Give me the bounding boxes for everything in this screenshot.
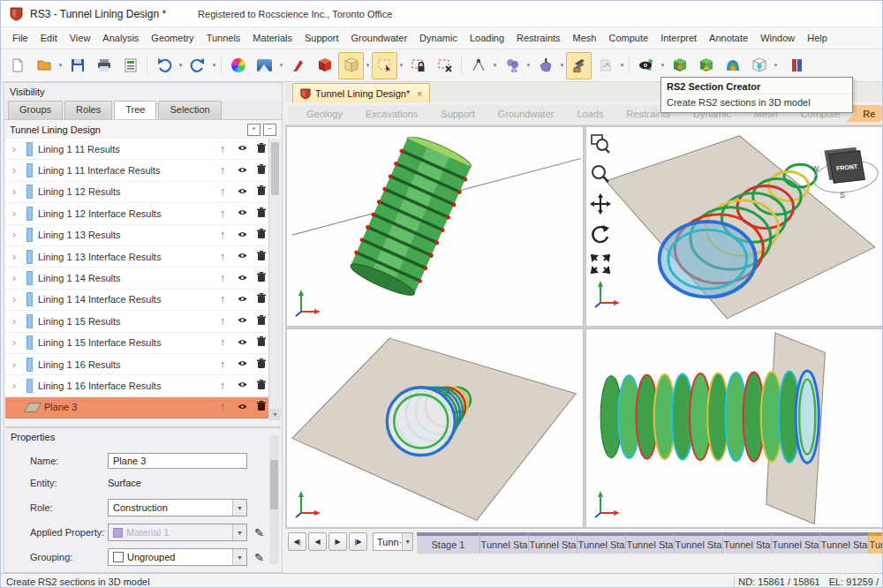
menu-dynamic[interactable]: Dynamic: [413, 29, 464, 47]
delete-icon[interactable]: [254, 229, 268, 241]
menu-window[interactable]: Window: [754, 29, 801, 47]
delete-icon[interactable]: [254, 272, 268, 284]
zoom-extents-icon[interactable]: [589, 253, 612, 275]
move-up-icon[interactable]: ↑: [215, 380, 230, 392]
move-up-icon[interactable]: ↑: [215, 164, 230, 177]
visibility-eye-icon[interactable]: [235, 315, 249, 327]
expand-icon[interactable]: ›: [12, 380, 21, 392]
open-file-button[interactable]: [31, 52, 57, 79]
visibility-eye-icon[interactable]: [235, 143, 249, 155]
rs2-section-creator-button[interactable]: [566, 52, 592, 79]
wireframe-dropdown[interactable]: ▾: [365, 62, 371, 69]
apply-loads-dropdown[interactable]: ▾: [559, 62, 565, 69]
expand-icon[interactable]: ›: [12, 272, 21, 284]
tree-row[interactable]: ›Lining 1 15 Results↑: [5, 311, 268, 332]
tab-selection[interactable]: Selection: [158, 101, 221, 119]
tree-row[interactable]: ›Lining 1 12 Interface Results↑: [5, 203, 268, 224]
stage-selector-arrow-icon[interactable]: ▼: [402, 533, 412, 550]
open-file-dropdown[interactable]: ▾: [57, 62, 64, 69]
move-up-icon[interactable]: ↑: [215, 251, 230, 263]
contour-surface-button[interactable]: [720, 52, 745, 79]
image-capture-button[interactable]: [252, 52, 277, 79]
move-up-icon[interactable]: ↑: [215, 185, 230, 198]
delete-icon[interactable]: [254, 251, 268, 263]
annotate-marker-button[interactable]: [285, 52, 311, 79]
tab-groups[interactable]: Groups: [8, 101, 63, 119]
menu-groundwater[interactable]: Groundwater: [345, 29, 414, 47]
stage-tab[interactable]: Tunnel Sta: [675, 532, 723, 554]
tree-scroll-down-arrow[interactable]: ▼: [269, 409, 281, 420]
tree-row[interactable]: ›Lining 1 15 Interface Results↑: [5, 333, 268, 354]
transparent-cube-button[interactable]: [746, 52, 772, 79]
menu-edit[interactable]: Edit: [34, 29, 64, 47]
delete-icon[interactable]: [254, 315, 268, 328]
visibility-eye-icon[interactable]: [235, 186, 249, 198]
menu-restraints[interactable]: Restraints: [510, 29, 567, 47]
tree-row[interactable]: ›Lining 1 13 Interface Results↑: [5, 246, 268, 268]
visibility-eye-icon[interactable]: [235, 358, 249, 370]
move-up-icon[interactable]: ↑: [215, 315, 230, 328]
tree-scrollbar-thumb[interactable]: [271, 142, 279, 195]
select-window-button[interactable]: [372, 52, 397, 79]
tree-row[interactable]: ›Lining 1 16 Results↑: [5, 354, 268, 375]
viewport-top-right[interactable]: FRONT W S: [585, 126, 883, 327]
visibility-eye-icon[interactable]: [235, 230, 249, 241]
stage-tab[interactable]: Tunnel Sta: [820, 532, 869, 554]
visibility-eye-icon[interactable]: [235, 337, 249, 349]
viewport-bottom-left[interactable]: [286, 328, 584, 529]
stage-tab[interactable]: Tunnel Sta: [626, 532, 675, 554]
move-up-icon[interactable]: ↑: [215, 207, 230, 220]
tree-row[interactable]: ›Lining 1 11 Interface Results↑: [5, 160, 268, 181]
visibility-eye-icon[interactable]: [235, 251, 249, 262]
tree-row[interactable]: ›Lining 1 13 Results↑: [5, 225, 268, 246]
menu-help[interactable]: Help: [801, 29, 834, 47]
delete-icon[interactable]: [254, 164, 268, 177]
menu-file[interactable]: File: [6, 29, 34, 47]
pan-icon[interactable]: [589, 192, 612, 215]
move-up-icon[interactable]: ↑: [215, 336, 230, 349]
tree-row[interactable]: ›Lining 1 14 Results↑: [5, 268, 268, 289]
redo-button[interactable]: [185, 52, 210, 79]
new-file-button[interactable]: [4, 52, 30, 79]
menu-analysis[interactable]: Analysis: [96, 29, 145, 47]
zoom-window-icon[interactable]: [589, 132, 612, 155]
export-section-button[interactable]: [592, 52, 618, 79]
menu-materials[interactable]: Materials: [246, 29, 298, 47]
image-capture-dropdown[interactable]: ▾: [278, 62, 284, 69]
expand-icon[interactable]: ›: [12, 293, 21, 305]
measure-dropdown[interactable]: ▾: [492, 62, 498, 69]
stage-tab-active[interactable]: Tunnel Sta: [869, 532, 883, 554]
previous-stage-button[interactable]: ◀: [308, 532, 327, 551]
edit-grouping-icon[interactable]: ✎: [254, 551, 264, 564]
viewport-bottom-right[interactable]: [585, 328, 883, 529]
menu-support[interactable]: Support: [298, 29, 345, 47]
move-up-icon[interactable]: ↑: [215, 401, 230, 413]
select-window-dropdown[interactable]: ▾: [398, 62, 404, 69]
draw-shapes-button[interactable]: [499, 52, 525, 79]
rotate-icon[interactable]: [589, 222, 612, 245]
save-button[interactable]: [64, 52, 90, 79]
first-stage-button[interactable]: ◀|: [288, 532, 306, 551]
tree-row[interactable]: ›Lining 1 11 Results↑: [5, 139, 268, 160]
clipped-toolbar-button[interactable]: [783, 52, 809, 79]
menu-geometry[interactable]: Geometry: [145, 29, 200, 47]
expand-icon[interactable]: ›: [12, 143, 21, 155]
draw-shapes-dropdown[interactable]: ▾: [525, 62, 532, 69]
ungrouped-checkbox[interactable]: [113, 552, 124, 562]
expand-icon[interactable]: ›: [12, 185, 21, 198]
stage-tab[interactable]: Tunnel Sta: [723, 532, 772, 554]
redo-dropdown[interactable]: ▾: [211, 62, 217, 69]
contour-iso-button[interactable]: [693, 52, 719, 79]
collapse-all-button[interactable]: −: [263, 124, 276, 136]
workflow-tab-geology[interactable]: Geology: [289, 105, 357, 123]
delete-icon[interactable]: [254, 380, 268, 392]
move-up-icon[interactable]: ↑: [215, 143, 230, 155]
grouping-select[interactable]: Ungrouped ▼: [108, 548, 247, 566]
workflow-tab-groundwater[interactable]: Groundwater: [480, 105, 569, 123]
tree-row[interactable]: ›Lining 1 14 Interface Results↑: [5, 290, 268, 311]
visibility-eye-icon[interactable]: [235, 273, 249, 284]
transparent-cube-dropdown[interactable]: ▾: [773, 62, 779, 69]
report-button[interactable]: [117, 52, 143, 79]
measure-tool-button[interactable]: [465, 52, 491, 79]
menu-annotate[interactable]: Annotate: [703, 29, 754, 47]
